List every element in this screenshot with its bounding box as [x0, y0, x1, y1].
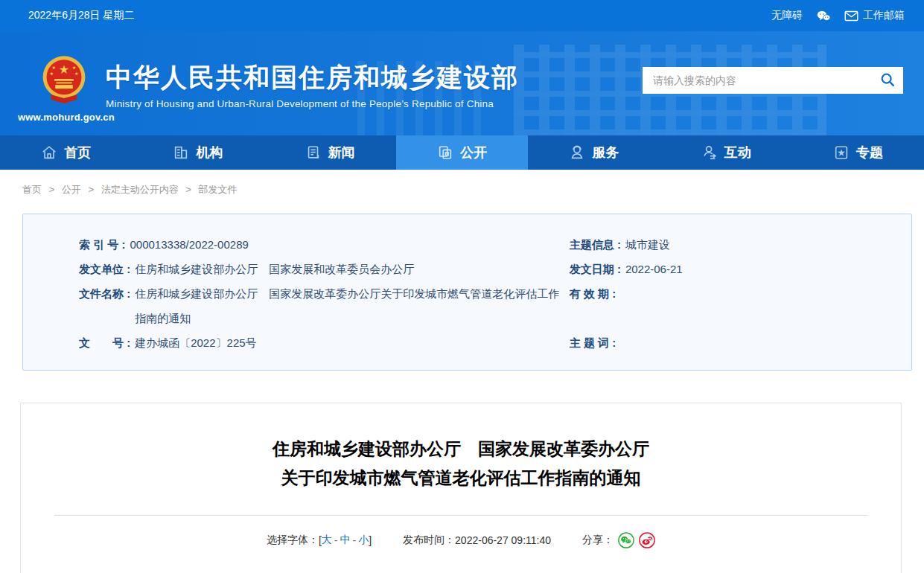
meta-value: 住房和城乡建设部办公厅 国家发展改革委办公厅关于印发城市燃气管道老化评估工作指南…: [135, 281, 565, 330]
article-panel: 住房和城乡建设部办公厅 国家发展改革委办公厅 关于印发城市燃气管道老化评估工作指…: [20, 403, 902, 573]
mail-icon: [844, 10, 858, 22]
top-strip: 2022年6月28日 星期二 无障碍: [0, 0, 924, 31]
meta-label: 发文日期 :: [570, 257, 621, 281]
nav-item-organization[interactable]: 机构: [132, 135, 264, 170]
breadcrumb-disclosure[interactable]: 公开: [62, 184, 81, 195]
meta-value: 城市建设: [625, 232, 670, 257]
meta-label: 主题信息 :: [570, 232, 621, 257]
nav-item-interaction[interactable]: 互动: [660, 135, 791, 170]
font-size-label: 选择字体：: [267, 534, 319, 547]
font-size-small-button[interactable]: 小: [358, 534, 369, 547]
search-button[interactable]: [879, 71, 896, 90]
breadcrumb-separator: >: [185, 184, 191, 195]
nav-label: 互动: [724, 144, 751, 161]
wechat-icon: [816, 10, 831, 22]
meta-row-document-name: 文件名称 : 住房和城乡建设部办公厅 国家发展改革委办公厅关于印发城市燃气管道老…: [23, 281, 565, 330]
publish-time-value: 2022-06-27 09:11:40: [455, 534, 551, 546]
nav-item-home[interactable]: 首页: [0, 135, 132, 170]
site-logo-block: ★ ★ ★ ★ ★ www.mohurd.gov.cn: [18, 55, 110, 123]
work-mailbox-link[interactable]: 工作邮箱: [844, 9, 905, 22]
breadcrumb: 首页 > 公开 > 法定主动公开内容 > 部发文件: [0, 170, 924, 206]
nav-label: 首页: [64, 144, 91, 161]
nav-item-service[interactable]: 服务: [528, 135, 660, 170]
meta-label: 文 号 :: [79, 330, 130, 355]
site-url: www.mohurd.gov.cn: [18, 112, 110, 123]
font-size-separator: -: [353, 534, 357, 546]
wechat-link[interactable]: [816, 10, 831, 22]
breadcrumb-home[interactable]: 首页: [22, 184, 42, 195]
work-mailbox-label: 工作邮箱: [863, 9, 905, 22]
site-header: ★ ★ ★ ★ ★ www.mohurd.gov.cn 中华人民共和国住房和城乡…: [0, 31, 924, 135]
svg-text:★: ★: [838, 148, 845, 157]
main-nav: 首页 机构 新闻 公开: [0, 135, 924, 170]
svg-text:★: ★: [72, 65, 77, 70]
meta-value: 000013338/2022-00289: [130, 232, 249, 257]
font-size-bracket-close: ]: [369, 534, 372, 546]
national-emblem-icon: ★ ★ ★ ★ ★: [41, 95, 87, 108]
article-title: 住房和城乡建设部办公厅 国家发展改革委办公厅 关于印发城市燃气管道老化评估工作指…: [21, 435, 901, 493]
meta-value: 2022-06-21: [625, 257, 683, 281]
share-label: 分享：: [582, 534, 614, 547]
accessibility-label: 无障碍: [771, 9, 803, 22]
font-size-medium-button[interactable]: 中: [340, 534, 351, 547]
nav-label: 机构: [196, 144, 223, 161]
nav-item-news[interactable]: 新闻: [264, 135, 396, 170]
article-title-line1: 住房和城乡建设部办公厅 国家发展改革委办公厅: [21, 435, 901, 464]
site-title-block: 中华人民共和国住房和城乡建设部 Ministry of Housing and …: [106, 61, 519, 109]
meta-label: 发文单位 :: [79, 257, 130, 281]
service-icon: [569, 144, 585, 161]
topics-icon: ★: [833, 144, 850, 161]
breadcrumb-separator: >: [49, 184, 55, 195]
share-bar: 分享：: [582, 532, 655, 548]
document-meta-panel: 索 引 号 : 000013338/2022-00289 主题信息 : 城市建设…: [22, 214, 912, 371]
nav-label: 新闻: [328, 144, 355, 161]
disclosure-icon: [437, 144, 453, 161]
meta-row-topic-info: 主题信息 : 城市建设: [565, 232, 911, 257]
nav-label: 专题: [856, 144, 883, 161]
breadcrumb-statutory-content[interactable]: 法定主动公开内容: [101, 184, 179, 195]
news-icon: [305, 144, 322, 161]
search-input[interactable]: [653, 74, 879, 86]
breadcrumb-separator: >: [88, 184, 94, 195]
site-subtitle: Ministry of Housing and Urban-Rural Deve…: [106, 98, 519, 109]
meta-row-issue-date: 发文日期 : 2022-06-21: [565, 257, 911, 281]
meta-row-keywords: 主 题 词 :: [565, 330, 911, 355]
meta-row-document-number: 文 号 : 建办城函〔2022〕225号: [23, 330, 565, 355]
accessibility-link[interactable]: 无障碍: [771, 9, 803, 22]
nav-label: 服务: [592, 144, 619, 161]
wechat-share-icon[interactable]: [618, 532, 634, 548]
organization-icon: [173, 144, 189, 161]
publish-time-label: 发布时间：: [403, 534, 455, 547]
article-divider: [54, 515, 867, 516]
article-title-line2: 关于印发城市燃气管道老化评估工作指南的通知: [21, 464, 901, 493]
top-strip-links: 无障碍 工作邮箱: [771, 9, 905, 22]
svg-text:★: ★: [59, 63, 69, 76]
interaction-icon: [701, 144, 718, 161]
meta-value: 住房和城乡建设部办公厅 国家发展和改革委员会办公厅: [135, 257, 414, 281]
meta-row-validity: 有 效 期 :: [565, 281, 911, 330]
svg-text:★: ★: [52, 65, 57, 70]
breadcrumb-current: 部发文件: [199, 184, 238, 195]
nav-item-disclosure[interactable]: 公开: [396, 135, 528, 170]
nav-label: 公开: [460, 144, 487, 161]
meta-label: 索 引 号 :: [79, 232, 126, 257]
home-icon: [41, 144, 57, 161]
svg-text:★: ★: [74, 71, 79, 76]
site-title: 中华人民共和国住房和城乡建设部: [106, 61, 519, 94]
meta-row-issuing-unit: 发文单位 : 住房和城乡建设部办公厅 国家发展和改革委员会办公厅: [23, 257, 565, 281]
meta-label: 文件名称 :: [79, 281, 130, 330]
meta-value: 建办城函〔2022〕225号: [135, 330, 256, 355]
meta-label: 主 题 词 :: [570, 330, 616, 355]
font-size-large-button[interactable]: 大: [322, 534, 332, 547]
article-info-bar: 选择字体： [ 大 - 中 - 小 ] 发布时间： 2022-06-27 09:…: [21, 532, 901, 548]
current-date: 2022年6月28日 星期二: [28, 9, 134, 22]
meta-row-index-number: 索 引 号 : 000013338/2022-00289: [23, 232, 565, 257]
font-size-separator: -: [334, 534, 338, 546]
search-icon: [879, 71, 896, 90]
weibo-share-icon[interactable]: [639, 532, 655, 548]
meta-label: 有 效 期 :: [570, 281, 616, 330]
svg-text:★: ★: [50, 71, 54, 76]
nav-item-topics[interactable]: ★ 专题: [792, 135, 924, 170]
search-box: [643, 67, 903, 94]
